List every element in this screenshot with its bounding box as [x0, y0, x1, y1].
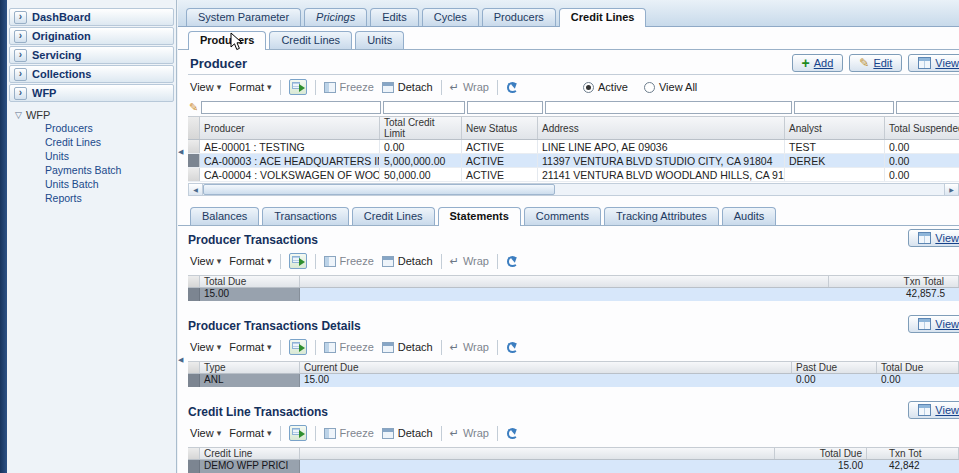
freeze-button[interactable]: Freeze: [324, 81, 374, 93]
sidebar-item-collections[interactable]: › Collections: [9, 65, 174, 83]
column-header-total-due[interactable]: Total Due: [877, 362, 959, 373]
wrap-button[interactable]: ↵Wrap: [450, 427, 489, 439]
tab-credit-lines[interactable]: Credit Lines: [559, 8, 647, 27]
export-to-excel-icon[interactable]: [289, 425, 307, 441]
export-to-excel-icon[interactable]: [289, 79, 307, 95]
horizontal-scrollbar[interactable]: ◀ ▶: [188, 183, 959, 196]
table-row-selected[interactable]: 15.00 42,857.5: [188, 288, 959, 301]
tab-cycles[interactable]: Cycles: [422, 8, 479, 26]
column-header-txn-total[interactable]: Txn Total: [829, 276, 959, 287]
collapse-pane-icon[interactable]: ◀: [178, 356, 183, 364]
tree-item-credit-lines[interactable]: Credit Lines: [15, 135, 174, 149]
tree-item-producers[interactable]: Producers: [15, 121, 174, 135]
wrap-button[interactable]: ↵Wrap: [450, 255, 489, 267]
refresh-icon[interactable]: [506, 81, 519, 94]
view-menu[interactable]: View▾: [190, 255, 221, 267]
table-row[interactable]: AE-00001 : TESTING 0.00 ACTIVE LINE LINE…: [188, 140, 959, 154]
tree-item-units[interactable]: Units: [15, 149, 174, 163]
format-menu[interactable]: Format▾: [229, 81, 271, 93]
table-row-selected[interactable]: ANL 15.00 0.00 0.00: [188, 374, 959, 387]
refresh-icon[interactable]: [506, 255, 519, 268]
tab-balances[interactable]: Balances: [190, 207, 259, 225]
tree-node-wfp[interactable]: ▽ WFP: [15, 109, 174, 121]
view-button[interactable]: View: [908, 54, 959, 72]
row-selector[interactable]: [188, 168, 200, 181]
view-button[interactable]: View: [908, 401, 959, 419]
filter-input-new-status[interactable]: [467, 101, 543, 114]
add-button[interactable]: + Add: [792, 54, 844, 72]
wrap-button[interactable]: ↵Wrap: [450, 341, 489, 353]
column-header-txn-total[interactable]: Txn Tot: [867, 448, 959, 459]
tree-item-units-batch[interactable]: Units Batch: [15, 177, 174, 191]
collapse-pane-icon[interactable]: ◀: [178, 148, 183, 156]
tab-audits[interactable]: Audits: [722, 207, 777, 225]
view-button[interactable]: View: [908, 229, 959, 247]
tab-edits[interactable]: Edits: [370, 8, 418, 26]
tab-tracking-attributes[interactable]: Tracking Attributes: [604, 207, 719, 225]
filter-input-address[interactable]: [545, 101, 792, 114]
subtab-units[interactable]: Units: [355, 31, 404, 49]
freeze-button[interactable]: Freeze: [324, 255, 374, 267]
scroll-right-button[interactable]: ▶: [944, 184, 958, 195]
tab-transactions[interactable]: Transactions: [262, 207, 349, 225]
tab-comments[interactable]: Comments: [524, 207, 601, 225]
wrap-button[interactable]: ↵Wrap: [450, 81, 489, 93]
column-header-credit-line[interactable]: Credit Line: [200, 448, 300, 459]
format-menu[interactable]: Format▾: [229, 427, 271, 439]
freeze-button[interactable]: Freeze: [324, 341, 374, 353]
expand-chevron-icon[interactable]: ›: [14, 49, 27, 62]
tab-system-parameter[interactable]: System Parameter: [186, 8, 301, 26]
detach-button[interactable]: Detach: [382, 427, 433, 439]
tab-pricings[interactable]: Pricings: [304, 8, 367, 26]
detach-button[interactable]: Detach: [382, 255, 433, 267]
expand-chevron-icon[interactable]: ›: [14, 11, 27, 24]
sidebar-item-origination[interactable]: › Origination: [9, 27, 174, 45]
scroll-left-button[interactable]: ◀: [189, 184, 203, 195]
expand-chevron-icon[interactable]: ›: [14, 87, 27, 100]
view-menu[interactable]: View▾: [190, 341, 221, 353]
row-selector[interactable]: [188, 374, 200, 387]
tree-item-payments-batch[interactable]: Payments Batch: [15, 163, 174, 177]
filter-input-analyst[interactable]: [794, 101, 894, 114]
table-row-selected[interactable]: CA-00003 : ACE HEADQUARTERS INC 5,000,00…: [188, 154, 959, 168]
freeze-button[interactable]: Freeze: [324, 427, 374, 439]
subtab-producers[interactable]: Producers: [188, 31, 266, 50]
row-selector[interactable]: [188, 154, 200, 167]
sidebar-item-wfp[interactable]: › WFP: [9, 84, 174, 102]
filter-input-total-suspended-amt[interactable]: [896, 101, 959, 114]
scrollbar-thumb[interactable]: [203, 184, 555, 195]
column-header-past-due[interactable]: Past Due: [792, 362, 877, 373]
format-menu[interactable]: Format▾: [229, 255, 271, 267]
row-selector[interactable]: [188, 140, 200, 153]
column-header-producer[interactable]: Producer: [200, 117, 380, 139]
tree-item-reports[interactable]: Reports: [15, 191, 174, 205]
export-to-excel-icon[interactable]: [289, 339, 307, 355]
column-header-total-credit-limit[interactable]: Total Credit Limit: [380, 117, 462, 139]
view-menu[interactable]: View▾: [190, 81, 221, 93]
column-header-current-due[interactable]: Current Due: [300, 362, 792, 373]
subtab-credit-lines[interactable]: Credit Lines: [269, 31, 352, 49]
tree-open-icon[interactable]: ▽: [15, 110, 22, 120]
edit-button[interactable]: ✎ Edit: [849, 54, 902, 72]
format-menu[interactable]: Format▾: [229, 341, 271, 353]
row-selector[interactable]: [188, 460, 200, 473]
refresh-icon[interactable]: [506, 427, 519, 440]
tab-credit-lines-detail[interactable]: Credit Lines: [352, 207, 435, 225]
column-header-analyst[interactable]: Analyst: [785, 117, 885, 139]
column-header-total-due[interactable]: Total Due: [200, 276, 300, 287]
column-header-total-suspended-amt[interactable]: Total Suspended Amt: [885, 117, 959, 139]
detach-button[interactable]: Detach: [382, 81, 433, 93]
tab-producers[interactable]: Producers: [482, 8, 556, 26]
sidebar-item-servicing[interactable]: › Servicing: [9, 46, 174, 64]
sidebar-item-dashboard[interactable]: › DashBoard: [9, 8, 174, 26]
export-to-excel-icon[interactable]: [289, 253, 307, 269]
row-selector[interactable]: [188, 288, 200, 301]
tab-statements[interactable]: Statements: [438, 207, 521, 226]
column-header-type[interactable]: Type: [200, 362, 300, 373]
filter-input-total-credit-limit[interactable]: [383, 101, 465, 114]
radio-view-all[interactable]: View All: [644, 81, 697, 93]
view-button[interactable]: View: [908, 315, 959, 333]
column-header-total-due[interactable]: Total Due: [775, 448, 867, 459]
column-header-new-status[interactable]: New Status: [462, 117, 538, 139]
view-menu[interactable]: View▾: [190, 427, 221, 439]
